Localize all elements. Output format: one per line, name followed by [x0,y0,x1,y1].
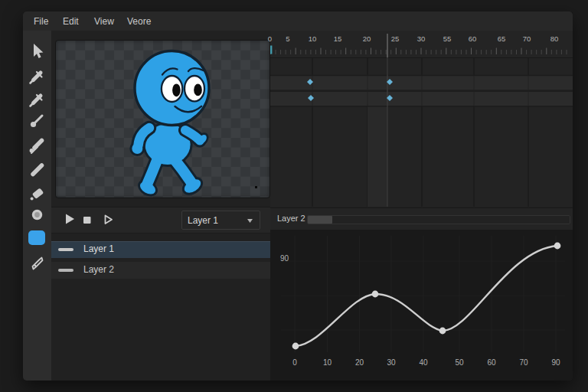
svg-text:70: 70 [523,34,531,43]
svg-text:55: 55 [443,34,452,43]
svg-text:30: 30 [417,34,426,43]
svg-text:10: 10 [323,358,332,367]
svg-text:60: 60 [469,34,477,43]
svg-text:25: 25 [391,34,400,43]
svg-text:5: 5 [286,34,289,43]
svg-text:80: 80 [550,34,559,43]
svg-text:0: 0 [292,358,297,367]
svg-text:30: 30 [387,358,396,367]
svg-text:20: 20 [363,34,371,43]
svg-text:60: 60 [487,358,496,367]
svg-text:10: 10 [309,34,317,43]
svg-text:70: 70 [519,358,528,367]
svg-text:40: 40 [419,358,428,367]
svg-text:50: 50 [455,358,464,367]
svg-text:90: 90 [551,358,560,367]
svg-text:20: 20 [355,358,364,367]
svg-text:0: 0 [268,34,272,43]
svg-text:65: 65 [498,34,506,43]
svg-text:90: 90 [280,254,289,263]
svg-text:15: 15 [334,34,342,43]
